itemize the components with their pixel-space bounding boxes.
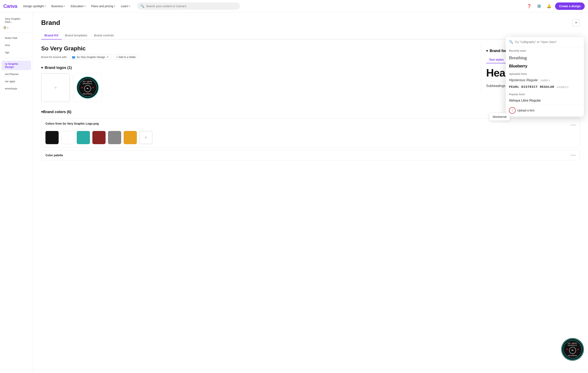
font-blueberry[interactable]: Blueberry: [506, 62, 584, 70]
sidebar: Very Graphic Desi... 🧑‍🤝‍🧑 4 ibutor Hub …: [0, 12, 33, 373]
logo-stamp-svg: SO VERY GRAPHIC ✒ DESIGNS: [561, 338, 584, 361]
svg-text:✒: ✒: [86, 87, 89, 90]
font-search-icon: 🔍: [509, 40, 513, 44]
add-folder-label: + Add to a folder: [116, 55, 136, 59]
search-bar[interactable]: 🔍: [137, 2, 240, 10]
svg-point-20: [572, 343, 573, 344]
color-palette-header: Color palette • • •: [45, 154, 576, 157]
sidebar-divider: [3, 32, 29, 32]
sidebar-item-event-planner[interactable]: ent Planner: [2, 71, 31, 77]
chevron-down-icon: ▾: [64, 5, 65, 7]
nav-education[interactable]: Education ▾: [69, 3, 87, 9]
tab-brand-kit[interactable]: Brand Kit: [41, 31, 62, 40]
swatch-black[interactable]: [45, 131, 59, 144]
tab-brand-controls[interactable]: Brand controls: [91, 31, 117, 40]
chevron-down-icon: ▾: [84, 5, 85, 7]
sidebar-item-mockups[interactable]: emockups: [2, 85, 31, 92]
sidebar-item-settings[interactable]: ngs: [2, 49, 31, 55]
nav-learn[interactable]: Learn ▾: [119, 3, 132, 9]
add-folder-button[interactable]: + Add to a folder: [114, 54, 138, 60]
logo-image: SO VERY GRAPHIC ✒ DESIGNS: [73, 73, 102, 102]
svg-text:GRAPHIC: GRAPHIC: [83, 83, 92, 84]
canva-logo[interactable]: Canva: [3, 3, 17, 9]
sidebar-item-brand-kit[interactable]: ry Graphic Design: [2, 61, 31, 70]
brand-logo-svg: SO VERY GRAPHIC ✒ DESIGNS: [76, 76, 99, 99]
colors-section-title: Brand colors (6): [43, 110, 71, 114]
swatch-teal[interactable]: [77, 131, 90, 144]
upload-font-icon: ↑: [509, 107, 515, 114]
swatch-white[interactable]: [61, 131, 74, 144]
logos-collapse-icon[interactable]: ▾: [41, 65, 43, 70]
tab-text-styles[interactable]: Text styles: [486, 56, 506, 63]
help-icon[interactable]: ❓: [525, 2, 533, 10]
font-search-bar[interactable]: 🔍: [506, 37, 584, 47]
swatch-darkred[interactable]: [92, 131, 105, 144]
page-header: Brand +: [41, 19, 580, 27]
svg-point-8: [93, 87, 94, 88]
shared-with-label: Brand Kit shared with:: [41, 55, 67, 59]
font-pearl-name: PEARL DISTRICT REGULAR: [509, 85, 554, 89]
brand-name-short: Very Graphic Desi...: [5, 17, 28, 23]
add-logo-button[interactable]: +: [41, 73, 70, 102]
color-palette-card: Color palette • • •: [41, 150, 580, 160]
font-abhaya[interactable]: Abhaya Libre Regular: [506, 97, 584, 104]
font-hipsterious-sample: AaBbCc: [540, 79, 550, 82]
sidebar-members: 🧑‍🤝‍🧑 4: [0, 26, 33, 30]
color-card-menu[interactable]: • • •: [571, 123, 576, 127]
nav-business[interactable]: Business ▾: [49, 3, 67, 9]
svg-point-21: [572, 354, 573, 355]
svg-point-10: [87, 93, 88, 94]
font-dropdown: 🔍 Recently used Breathing Blueberry Uplo…: [506, 37, 584, 117]
chevron-down-icon: ▾: [129, 5, 130, 7]
sidebar-item-items[interactable]: ems: [2, 42, 31, 48]
nav-design-spotlight[interactable]: Design spotlight ▾: [21, 3, 48, 9]
font-hipsterious[interactable]: Hipsterious Regular AaBbCc: [506, 77, 584, 84]
font-pearl-sample: AABBCC: [557, 85, 569, 89]
notifications-icon[interactable]: 🔔: [545, 2, 553, 10]
font-pearl[interactable]: PEARL DISTRICT REGULAR AABBCC: [506, 84, 584, 91]
add-brand-kit-button[interactable]: +: [572, 19, 580, 27]
svg-text:✒: ✒: [571, 349, 574, 352]
colors-collapse-icon[interactable]: ▾: [41, 110, 43, 114]
sidebar-brand-header: Very Graphic Desi...: [2, 16, 31, 25]
color-swatches: +: [45, 131, 576, 144]
upload-font-button[interactable]: ↑ Upload a font: [506, 104, 584, 117]
team-icon: 👥: [72, 55, 75, 59]
sidebar-item-contributor-hub[interactable]: ibutor Hub: [2, 35, 31, 41]
chevron-down-icon: ▾: [114, 5, 115, 7]
tab-brand-templates[interactable]: Brand templates: [62, 31, 91, 40]
chevron-down-icon: ▾: [45, 5, 46, 7]
font-blueberry-name: Blueberry: [509, 64, 527, 68]
nav-plans-pricing[interactable]: Plans and pricing ▾: [89, 3, 117, 9]
search-icon: 🔍: [140, 4, 144, 8]
sidebar-item-apps[interactable]: ver apps: [2, 78, 31, 84]
font-search-input[interactable]: [515, 40, 581, 44]
color-card: Colors from So Very Graphic Logo.png • •…: [41, 118, 580, 148]
color-palette-title: Color palette: [45, 154, 63, 157]
font-hipsterious-name: Hipsterious Regular: [509, 78, 538, 82]
uploaded-fonts-label: Uploaded fonts: [506, 70, 584, 77]
search-input[interactable]: [146, 5, 237, 8]
font-breathing[interactable]: Breathing: [506, 53, 584, 62]
shared-tag: 👥 So Very Graphic Design ✕: [69, 54, 112, 60]
swatch-orange[interactable]: [124, 131, 137, 144]
add-swatch-button[interactable]: +: [139, 131, 152, 144]
font-breathing-name: Breathing: [509, 55, 527, 60]
logos-section-title: Brand logos (1): [45, 66, 72, 70]
color-palette-menu[interactable]: • • •: [571, 154, 576, 157]
remove-shared-button[interactable]: ✕: [106, 55, 109, 59]
svg-text:GRAPHIC: GRAPHIC: [568, 345, 577, 346]
logo-stamp: SO VERY GRAPHIC ✒ DESIGNS: [561, 338, 584, 361]
popular-fonts-label: Popular fonts: [506, 91, 584, 97]
font-abhaya-name: Abhaya Libre Regular: [509, 99, 541, 102]
shared-tag-name: So Very Graphic Design: [76, 55, 105, 59]
montserrat-tooltip: Montserrat: [489, 113, 510, 121]
fonts-collapse-icon[interactable]: ▾: [486, 49, 488, 53]
page-title: Brand: [41, 19, 60, 27]
svg-point-18: [567, 349, 568, 350]
settings-icon[interactable]: ⚙️: [535, 2, 543, 10]
swatch-gray[interactable]: [108, 131, 121, 144]
create-design-button[interactable]: Create a design: [555, 2, 585, 10]
top-navigation: Canva Design spotlight ▾ Business ▾ Educ…: [0, 0, 588, 12]
upload-font-label: Upload a font: [517, 109, 534, 112]
